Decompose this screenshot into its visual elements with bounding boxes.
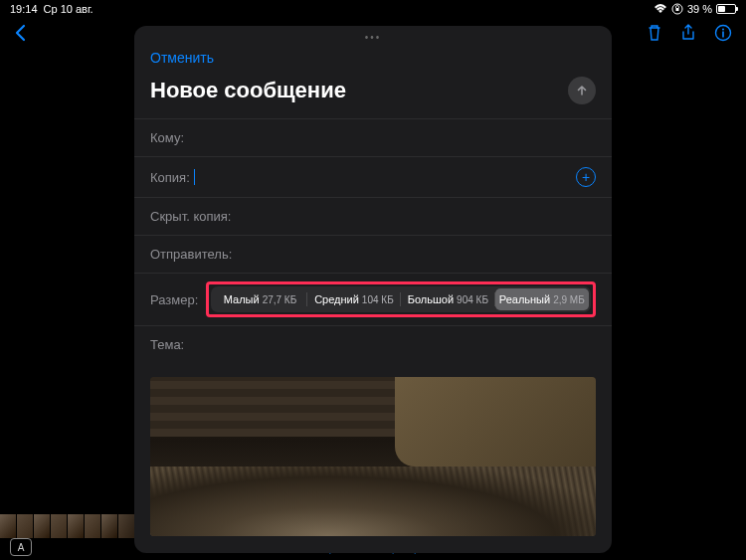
size-option-small[interactable]: Малый 27,7 КБ (213, 288, 306, 310)
back-button[interactable] (14, 24, 26, 42)
from-label: Отправитель: (150, 247, 232, 262)
size-row: Размер: Малый 27,7 КБ Средний 104 КБ Бол… (134, 273, 612, 325)
add-contact-button[interactable]: + (576, 167, 596, 187)
size-label: Размер: (150, 292, 198, 307)
cc-field[interactable]: Копия: + (134, 156, 612, 197)
subject-field[interactable]: Тема: (134, 325, 612, 363)
bcc-label: Скрыт. копия: (150, 209, 231, 224)
size-option-large[interactable]: Большой 904 КБ (401, 288, 494, 310)
to-field[interactable]: Кому: (134, 118, 612, 156)
size-option-actual[interactable]: Реальный 2,9 МБ (495, 288, 589, 310)
info-icon[interactable] (714, 24, 732, 42)
wifi-icon (653, 4, 667, 14)
cc-label: Копия: (150, 170, 190, 185)
subject-label: Тема: (150, 337, 184, 352)
status-date: Ср 10 авг. (44, 3, 93, 15)
size-segmented-control[interactable]: Малый 27,7 КБ Средний 104 КБ Большой 904… (211, 286, 591, 312)
rotation-lock-icon (671, 3, 683, 15)
compose-title: Новое сообщение (150, 78, 346, 103)
svg-rect-1 (675, 8, 678, 11)
svg-point-3 (722, 29, 724, 31)
svg-rect-4 (722, 32, 724, 38)
keyboard-switch-icon[interactable]: A (10, 538, 32, 556)
status-bar: 19:14 Ср 10 авг. 39 % (0, 0, 746, 18)
bcc-field[interactable]: Скрыт. копия: (134, 197, 612, 235)
status-time: 19:14 (10, 3, 38, 15)
share-icon[interactable] (680, 24, 696, 42)
cancel-button[interactable]: Отменить (150, 50, 214, 66)
size-option-medium[interactable]: Средний 104 КБ (307, 288, 401, 310)
annotation-highlight: Малый 27,7 КБ Средний 104 КБ Большой 904… (206, 281, 596, 317)
photo-attachment[interactable] (150, 377, 596, 536)
battery-icon (716, 4, 736, 14)
text-cursor (194, 169, 195, 185)
modal-grabber[interactable]: ••• (134, 26, 612, 45)
send-button[interactable] (568, 77, 596, 104)
trash-icon[interactable] (647, 24, 662, 42)
thumbnail-strip[interactable] (0, 514, 151, 538)
battery-percent: 39 % (687, 3, 712, 15)
compose-modal: ••• Отменить Новое сообщение Кому: Копия… (134, 26, 612, 553)
to-label: Кому: (150, 130, 184, 145)
from-field[interactable]: Отправитель: (134, 235, 612, 273)
